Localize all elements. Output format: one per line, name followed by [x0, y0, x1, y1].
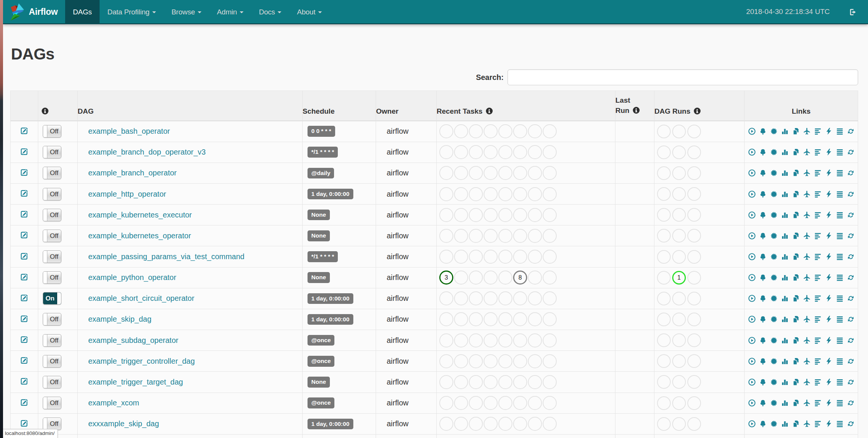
flash-icon[interactable]	[825, 357, 833, 365]
duplicate-icon[interactable]	[792, 253, 800, 261]
bar-chart-icon[interactable]	[781, 253, 789, 261]
state-circle[interactable]	[439, 375, 453, 389]
state-circle[interactable]	[454, 229, 468, 243]
state-circle[interactable]	[469, 166, 483, 180]
starburst-icon[interactable]	[770, 336, 778, 344]
state-circle[interactable]	[528, 333, 542, 347]
state-circle[interactable]	[439, 396, 453, 410]
state-circle[interactable]	[498, 333, 512, 347]
state-circle[interactable]	[528, 166, 542, 180]
state-circle[interactable]	[543, 271, 557, 285]
align-justify-icon[interactable]	[836, 378, 844, 386]
schedule-badge[interactable]: @once	[308, 397, 334, 408]
dag-pause-toggle[interactable]: Off	[43, 334, 61, 347]
state-circle[interactable]	[543, 208, 557, 222]
play-circle-icon[interactable]	[748, 336, 756, 344]
tree-icon[interactable]	[759, 336, 767, 344]
state-circle[interactable]	[687, 417, 701, 431]
refresh-icon[interactable]	[847, 148, 855, 156]
state-circle[interactable]	[469, 208, 483, 222]
state-circle[interactable]	[528, 417, 542, 431]
state-circle[interactable]	[439, 145, 453, 159]
state-circle[interactable]	[484, 375, 498, 389]
state-circle[interactable]	[469, 250, 483, 264]
info-icon[interactable]	[41, 107, 49, 115]
flash-icon[interactable]	[825, 148, 833, 156]
state-circle[interactable]	[469, 417, 483, 431]
nav-link-admin[interactable]: Admin	[217, 8, 244, 16]
starburst-icon[interactable]	[770, 190, 778, 198]
dag-pause-toggle[interactable]: Off	[43, 146, 61, 158]
state-circle[interactable]	[687, 271, 701, 285]
schedule-badge[interactable]: 1 day, 0:00:00	[308, 314, 353, 325]
flash-icon[interactable]	[825, 232, 833, 240]
state-circle[interactable]	[657, 333, 671, 347]
bar-chart-icon[interactable]	[781, 315, 789, 323]
nav-link-docs[interactable]: Docs	[259, 8, 282, 16]
align-justify-icon[interactable]	[836, 232, 844, 240]
plane-icon[interactable]	[803, 399, 811, 407]
align-left-icon[interactable]	[814, 294, 822, 302]
edit-dag-icon[interactable]	[20, 358, 29, 366]
state-circle[interactable]	[687, 313, 701, 326]
state-circle[interactable]	[498, 396, 512, 410]
state-circle[interactable]	[498, 208, 512, 222]
search-input[interactable]	[507, 69, 858, 85]
state-circle[interactable]	[672, 354, 686, 368]
state-circle[interactable]	[513, 145, 527, 159]
starburst-icon[interactable]	[770, 357, 778, 365]
info-icon[interactable]	[693, 107, 701, 115]
tree-icon[interactable]	[759, 294, 767, 302]
play-circle-icon[interactable]	[748, 211, 756, 219]
state-circle[interactable]	[498, 166, 512, 180]
bar-chart-icon[interactable]	[781, 211, 789, 219]
play-circle-icon[interactable]	[748, 127, 756, 135]
state-circle[interactable]	[687, 375, 701, 389]
state-circle[interactable]	[687, 145, 701, 159]
state-circle[interactable]	[657, 375, 671, 389]
state-circle[interactable]	[484, 291, 498, 305]
duplicate-icon[interactable]	[792, 148, 800, 156]
refresh-icon[interactable]	[847, 232, 855, 240]
align-justify-icon[interactable]	[836, 357, 844, 365]
play-circle-icon[interactable]	[748, 274, 756, 282]
schedule-badge[interactable]: None	[308, 272, 330, 283]
state-circle[interactable]	[543, 354, 557, 368]
plane-icon[interactable]	[803, 127, 811, 135]
state-circle[interactable]	[469, 354, 483, 368]
nav-link-browse[interactable]: Browse	[172, 8, 201, 16]
refresh-icon[interactable]	[847, 169, 855, 177]
bar-chart-icon[interactable]	[781, 232, 789, 240]
bar-chart-icon[interactable]	[781, 336, 789, 344]
state-circle[interactable]	[687, 208, 701, 222]
state-circle[interactable]	[672, 229, 686, 242]
dag-pause-toggle[interactable]: Off	[43, 188, 61, 200]
state-circle[interactable]	[657, 166, 671, 180]
state-circle[interactable]	[513, 375, 527, 389]
plane-icon[interactable]	[803, 148, 811, 156]
align-left-icon[interactable]	[814, 274, 822, 282]
state-circle[interactable]	[672, 250, 686, 264]
state-circle[interactable]	[543, 250, 557, 264]
nav-item-docs[interactable]: Docs	[251, 0, 289, 24]
nav-link-about[interactable]: About	[297, 8, 322, 16]
align-justify-icon[interactable]	[836, 399, 844, 407]
nav-item-data-profiling[interactable]: Data Profiling	[100, 0, 164, 24]
state-circle[interactable]	[498, 291, 512, 305]
state-circle[interactable]	[528, 208, 542, 222]
state-circle[interactable]	[484, 312, 498, 326]
state-circle[interactable]	[657, 417, 671, 431]
starburst-icon[interactable]	[770, 274, 778, 282]
edit-dag-icon[interactable]	[20, 274, 29, 283]
state-circle[interactable]	[498, 124, 512, 138]
state-circle[interactable]	[543, 166, 557, 180]
state-circle[interactable]	[528, 250, 542, 264]
bar-chart-icon[interactable]	[781, 357, 789, 365]
starburst-icon[interactable]	[770, 399, 778, 407]
tree-icon[interactable]	[759, 211, 767, 219]
refresh-icon[interactable]	[847, 315, 855, 323]
state-circle[interactable]	[657, 208, 671, 222]
flash-icon[interactable]	[825, 315, 833, 323]
state-circle[interactable]	[454, 187, 468, 201]
bar-chart-icon[interactable]	[781, 378, 789, 386]
